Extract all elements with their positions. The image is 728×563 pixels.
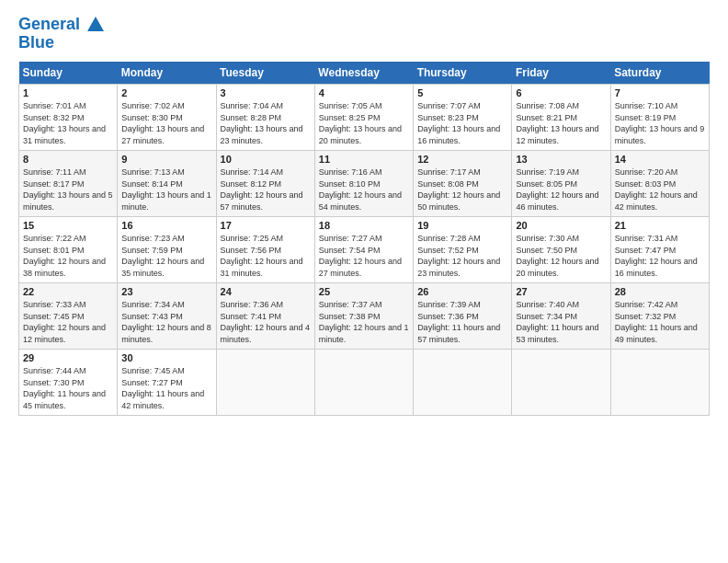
calendar-cell: 14 Sunrise: 7:20 AMSunset: 8:03 PMDaylig… [610, 150, 709, 216]
day-info: Sunrise: 7:19 AMSunset: 8:05 PMDaylight:… [516, 167, 598, 212]
day-info: Sunrise: 7:20 AMSunset: 8:03 PMDaylight:… [615, 167, 698, 212]
calendar-cell: 10 Sunrise: 7:14 AMSunset: 8:12 PMDaylig… [216, 150, 314, 216]
calendar-body: 1 Sunrise: 7:01 AMSunset: 8:32 PMDayligh… [19, 84, 710, 415]
calendar-cell: 12 Sunrise: 7:17 AMSunset: 8:08 PMDaylig… [414, 150, 512, 216]
day-number: 7 [615, 87, 705, 98]
day-info: Sunrise: 7:02 AMSunset: 8:30 PMDaylight:… [121, 101, 204, 145]
calendar-cell: 16 Sunrise: 7:23 AMSunset: 7:59 PMDaylig… [118, 216, 216, 282]
day-info: Sunrise: 7:14 AMSunset: 8:12 PMDaylight:… [221, 167, 303, 212]
day-info: Sunrise: 7:34 AMSunset: 7:43 PMDaylight:… [121, 300, 211, 344]
header-day-friday: Friday [512, 62, 610, 85]
calendar-table: SundayMondayTuesdayWednesdayThursdayFrid… [18, 62, 710, 416]
day-info: Sunrise: 7:13 AMSunset: 8:14 PMDaylight:… [121, 167, 211, 212]
day-number: 14 [615, 154, 705, 165]
day-info: Sunrise: 7:42 AMSunset: 7:32 PMDaylight:… [615, 300, 698, 344]
calendar-cell [610, 349, 709, 415]
day-info: Sunrise: 7:11 AMSunset: 8:17 PMDaylight:… [23, 167, 113, 212]
day-info: Sunrise: 7:45 AMSunset: 7:27 PMDaylight:… [121, 366, 204, 410]
day-number: 26 [417, 286, 507, 297]
calendar-cell: 5 Sunrise: 7:07 AMSunset: 8:23 PMDayligh… [414, 84, 512, 150]
day-number: 6 [516, 87, 606, 98]
logo-icon [85, 15, 106, 35]
day-number: 15 [23, 220, 113, 231]
day-info: Sunrise: 7:44 AMSunset: 7:30 PMDaylight:… [23, 366, 106, 410]
logo-general: General [18, 15, 80, 33]
day-info: Sunrise: 7:33 AMSunset: 7:45 PMDaylight:… [23, 300, 106, 344]
day-number: 27 [516, 286, 606, 297]
day-info: Sunrise: 7:10 AMSunset: 8:19 PMDaylight:… [615, 101, 705, 145]
header-day-thursday: Thursday [414, 62, 512, 85]
calendar-cell: 7 Sunrise: 7:10 AMSunset: 8:19 PMDayligh… [610, 84, 709, 150]
calendar-cell: 29 Sunrise: 7:44 AMSunset: 7:30 PMDaylig… [19, 349, 118, 415]
week-row-2: 8 Sunrise: 7:11 AMSunset: 8:17 PMDayligh… [19, 150, 710, 216]
header-day-saturday: Saturday [610, 62, 709, 85]
header: General Blue [18, 15, 710, 52]
day-info: Sunrise: 7:27 AMSunset: 7:54 PMDaylight:… [319, 234, 402, 278]
calendar-cell: 11 Sunrise: 7:16 AMSunset: 8:10 PMDaylig… [314, 150, 413, 216]
day-info: Sunrise: 7:39 AMSunset: 7:36 PMDaylight:… [417, 300, 500, 344]
day-info: Sunrise: 7:40 AMSunset: 7:34 PMDaylight:… [516, 300, 598, 344]
calendar-cell [314, 349, 413, 415]
calendar-cell: 1 Sunrise: 7:01 AMSunset: 8:32 PMDayligh… [19, 84, 118, 150]
calendar-cell: 2 Sunrise: 7:02 AMSunset: 8:30 PMDayligh… [118, 84, 216, 150]
day-info: Sunrise: 7:16 AMSunset: 8:10 PMDaylight:… [319, 167, 402, 212]
calendar-cell: 28 Sunrise: 7:42 AMSunset: 7:32 PMDaylig… [610, 282, 709, 349]
day-info: Sunrise: 7:37 AMSunset: 7:38 PMDaylight:… [319, 300, 409, 344]
calendar-cell: 15 Sunrise: 7:22 AMSunset: 8:01 PMDaylig… [19, 216, 118, 282]
day-number: 28 [615, 286, 705, 297]
day-number: 18 [319, 220, 409, 231]
header-day-tuesday: Tuesday [216, 62, 314, 85]
calendar-cell: 6 Sunrise: 7:08 AMSunset: 8:21 PMDayligh… [512, 84, 610, 150]
day-number: 5 [417, 87, 507, 98]
day-number: 4 [319, 87, 409, 98]
day-number: 1 [23, 87, 113, 98]
day-info: Sunrise: 7:05 AMSunset: 8:25 PMDaylight:… [319, 101, 402, 145]
day-info: Sunrise: 7:28 AMSunset: 7:52 PMDaylight:… [417, 234, 500, 278]
day-info: Sunrise: 7:04 AMSunset: 8:28 PMDaylight:… [221, 101, 303, 145]
calendar-cell: 13 Sunrise: 7:19 AMSunset: 8:05 PMDaylig… [512, 150, 610, 216]
day-info: Sunrise: 7:25 AMSunset: 7:56 PMDaylight:… [221, 234, 303, 278]
day-info: Sunrise: 7:23 AMSunset: 7:59 PMDaylight:… [121, 234, 204, 278]
day-number: 25 [319, 286, 409, 297]
day-number: 23 [121, 286, 211, 297]
day-number: 16 [121, 220, 211, 231]
week-row-4: 22 Sunrise: 7:33 AMSunset: 7:45 PMDaylig… [19, 282, 710, 349]
day-info: Sunrise: 7:31 AMSunset: 7:47 PMDaylight:… [615, 234, 698, 278]
calendar-cell: 26 Sunrise: 7:39 AMSunset: 7:36 PMDaylig… [414, 282, 512, 349]
calendar-cell: 4 Sunrise: 7:05 AMSunset: 8:25 PMDayligh… [314, 84, 413, 150]
calendar-cell: 25 Sunrise: 7:37 AMSunset: 7:38 PMDaylig… [314, 282, 413, 349]
header-row: SundayMondayTuesdayWednesdayThursdayFrid… [19, 62, 710, 85]
day-info: Sunrise: 7:07 AMSunset: 8:23 PMDaylight:… [417, 101, 500, 145]
calendar-cell: 24 Sunrise: 7:36 AMSunset: 7:41 PMDaylig… [216, 282, 314, 349]
calendar-cell: 23 Sunrise: 7:34 AMSunset: 7:43 PMDaylig… [118, 282, 216, 349]
calendar-cell: 20 Sunrise: 7:30 AMSunset: 7:50 PMDaylig… [512, 216, 610, 282]
calendar-page: General Blue SundayMondayTuesdayWednesda… [0, 0, 728, 563]
header-day-monday: Monday [118, 62, 216, 85]
calendar-cell: 27 Sunrise: 7:40 AMSunset: 7:34 PMDaylig… [512, 282, 610, 349]
day-info: Sunrise: 7:22 AMSunset: 8:01 PMDaylight:… [23, 234, 106, 278]
svg-marker-0 [87, 17, 104, 31]
calendar-cell: 8 Sunrise: 7:11 AMSunset: 8:17 PMDayligh… [19, 150, 118, 216]
calendar-header: SundayMondayTuesdayWednesdayThursdayFrid… [19, 62, 710, 85]
calendar-cell: 21 Sunrise: 7:31 AMSunset: 7:47 PMDaylig… [610, 216, 709, 282]
day-info: Sunrise: 7:08 AMSunset: 8:21 PMDaylight:… [516, 101, 598, 145]
calendar-cell [414, 349, 512, 415]
calendar-cell: 17 Sunrise: 7:25 AMSunset: 7:56 PMDaylig… [216, 216, 314, 282]
week-row-1: 1 Sunrise: 7:01 AMSunset: 8:32 PMDayligh… [19, 84, 710, 150]
day-number: 8 [23, 154, 113, 165]
week-row-5: 29 Sunrise: 7:44 AMSunset: 7:30 PMDaylig… [19, 349, 710, 415]
day-number: 12 [417, 154, 507, 165]
calendar-cell: 22 Sunrise: 7:33 AMSunset: 7:45 PMDaylig… [19, 282, 118, 349]
header-day-wednesday: Wednesday [314, 62, 413, 85]
day-number: 20 [516, 220, 606, 231]
day-number: 24 [221, 286, 311, 297]
calendar-cell: 18 Sunrise: 7:27 AMSunset: 7:54 PMDaylig… [314, 216, 413, 282]
calendar-cell [216, 349, 314, 415]
day-number: 30 [121, 352, 211, 363]
calendar-cell: 30 Sunrise: 7:45 AMSunset: 7:27 PMDaylig… [118, 349, 216, 415]
day-info: Sunrise: 7:36 AMSunset: 7:41 PMDaylight:… [221, 300, 311, 344]
calendar-cell [512, 349, 610, 415]
day-number: 19 [417, 220, 507, 231]
day-number: 13 [516, 154, 606, 165]
day-info: Sunrise: 7:17 AMSunset: 8:08 PMDaylight:… [417, 167, 500, 212]
